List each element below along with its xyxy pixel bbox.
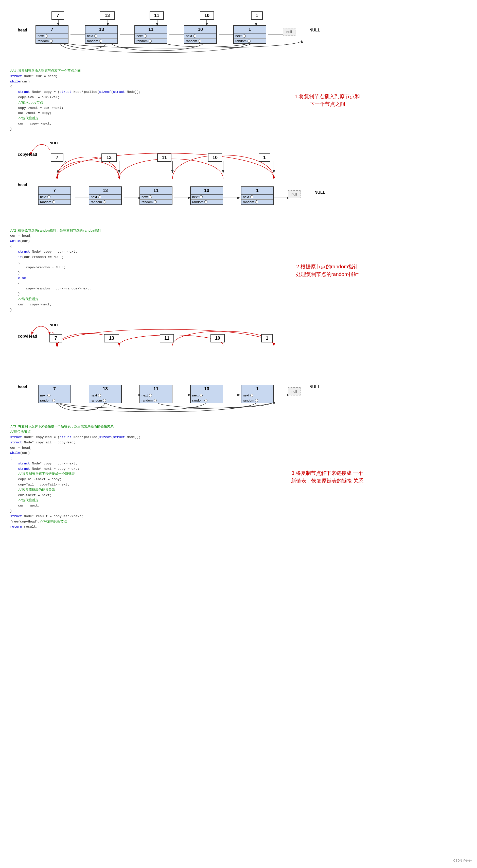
node-10-val: 10 <box>184 26 216 33</box>
null-label-d2: NULL <box>50 141 60 145</box>
step3-label: 3.将复制节点解下来链接成 一个 新链表，恢复原链表的链接 关系 <box>291 469 364 485</box>
d3-node-13: 13 next random <box>89 385 122 403</box>
d3-node-1: 1 next random <box>241 385 274 403</box>
copyhead-label-d3: copyHead <box>18 334 37 339</box>
top-val-13: 13 <box>100 11 115 20</box>
node-1-val: 1 <box>234 26 266 33</box>
page-container: head 7 13 11 10 1 7 next random 13 next … <box>0 0 477 542</box>
d3-copy-1: 1 <box>261 334 273 342</box>
node-7-random: random <box>36 38 68 43</box>
null-node-1: null <box>283 28 295 36</box>
head-label-d2: head <box>18 183 27 187</box>
code-section-3: //3.将复制节点解下来链接成一个新链表，然后恢复原链表的链接关系 //哨位头节… <box>10 422 467 532</box>
code-section-2: //2.根据原节点的random指针，处理复制节点的random指针 cur =… <box>10 226 467 315</box>
d2-top-13: 13 <box>101 153 117 162</box>
node-7: 7 next random <box>35 25 68 44</box>
copyhead-label-d2: copyHead <box>18 152 37 157</box>
node-1: 1 next random <box>233 25 266 44</box>
diagram1-section: head 7 13 11 10 1 7 next random 13 next … <box>10 10 467 61</box>
d3-node-7: 7 next random <box>38 385 71 403</box>
d2-null-right: NULL <box>314 190 325 195</box>
node-11: 11 next random <box>134 25 167 44</box>
node-13-next: next <box>86 33 118 38</box>
d3-node-10: 10 next random <box>190 385 223 403</box>
node-13: 13 next random <box>85 25 118 44</box>
null-label-d3: NULL <box>50 323 60 327</box>
node-11-val: 11 <box>135 26 167 33</box>
d2-node-11: 11 next random <box>139 186 172 205</box>
node-1-next: next <box>234 33 266 38</box>
watermark: CSDN @佳佳 <box>453 859 472 863</box>
top-val-10: 10 <box>200 11 214 20</box>
d2-node-10: 10 next random <box>190 186 223 205</box>
node-10: 10 next random <box>184 25 217 44</box>
node-10-next: next <box>184 33 216 38</box>
head-label-1: head <box>18 28 27 32</box>
null-label-d3-right: NULL <box>309 385 320 390</box>
top-val-1: 1 <box>251 11 263 20</box>
diagram2-section: NULL copyHead head 7 13 11 10 1 7 next r… <box>10 140 467 221</box>
node-7-val: 7 <box>36 26 68 33</box>
d3-copy-11: 11 <box>160 334 174 342</box>
d3-null: null <box>288 387 300 396</box>
d3-node-11: 11 next random <box>139 385 172 403</box>
step2-label: 2.根据原节点的random指针 处理复制节点的random指针 <box>296 263 359 278</box>
diagram3-arrows <box>10 320 467 416</box>
code-section-1: //1.将复制节点插入到原节点和下一个节点之间 struct Node* cur… <box>10 66 467 134</box>
d2-node-13: 13 next random <box>89 186 122 205</box>
code-block-3: //3.将复制节点解下来链接成一个新链表，然后恢复原链表的链接关系 //哨位头节… <box>10 424 188 530</box>
node-11-random: random <box>135 38 167 43</box>
d2-top-10: 10 <box>208 153 222 162</box>
d3-copy-13: 13 <box>104 334 119 342</box>
d3-copy-7: 7 <box>50 334 62 342</box>
code-block-1: //1.将复制节点插入到原节点和下一个节点之间 struct Node* cur… <box>10 68 188 132</box>
d2-top-11: 11 <box>157 153 171 162</box>
diagram3-section: NULL copyHead 7 13 11 10 1 head NULL 7 n… <box>10 320 467 416</box>
d2-node-1: 1 next random <box>241 186 274 205</box>
code-block-2: //2.根据原节点的random指针，处理复制节点的random指针 cur =… <box>10 228 188 313</box>
null-label-1: NULL <box>309 28 320 32</box>
node-13-random: random <box>86 38 118 43</box>
step1-label: 1.将复制节点插入到原节点和 下一个节点之间 <box>295 93 360 108</box>
d2-node-7: 7 next random <box>38 186 71 205</box>
diagram2-arrows <box>10 140 467 221</box>
node-10-random: random <box>184 38 216 43</box>
node-7-next: next <box>36 33 68 38</box>
d3-copy-10: 10 <box>211 334 225 342</box>
head-label-d3: head <box>18 385 27 390</box>
node-13-val: 13 <box>86 26 118 33</box>
top-val-11: 11 <box>150 11 164 20</box>
top-val-7: 7 <box>52 11 64 20</box>
d2-null: null <box>288 190 300 198</box>
node-11-next: next <box>135 33 167 38</box>
d2-top-7: 7 <box>51 153 63 162</box>
node-1-random: random <box>234 38 266 43</box>
d2-top-1: 1 <box>259 153 270 162</box>
